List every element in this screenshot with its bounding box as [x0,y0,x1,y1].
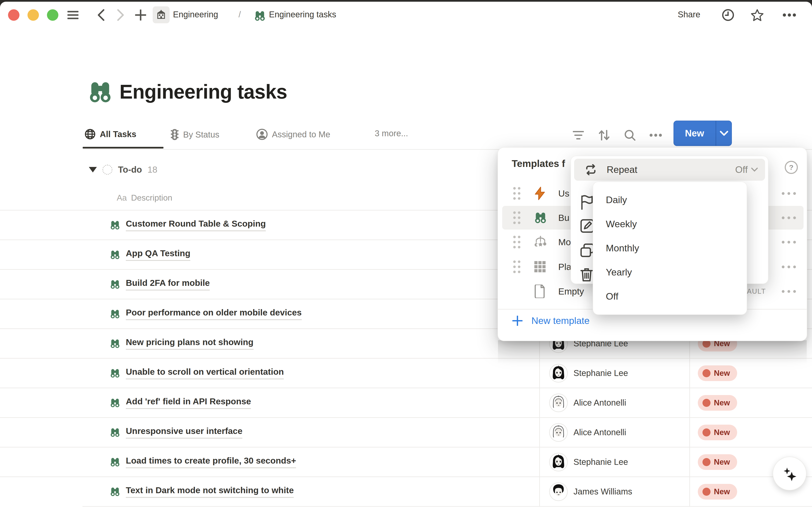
favorite-star-icon[interactable] [750,8,764,22]
template-more-icon[interactable] [782,265,796,268]
task-title[interactable]: Unresponsive user interface [126,426,242,438]
traffic-minimize-button[interactable] [28,9,39,21]
column-header-label[interactable]: Description [131,193,172,203]
task-title-cell[interactable]: App QA Testing [110,240,190,269]
workspace-building-icon[interactable] [153,6,170,23]
menu-item[interactable]: Off [593,284,747,308]
repeat-menu-item[interactable]: Repeat Off [574,159,765,181]
task-title-cell[interactable]: Customer Round Table & Scoping [110,211,266,240]
task-title-cell[interactable]: Build 2FA for mobile [110,270,210,299]
status-badge[interactable]: New [698,425,737,440]
task-title[interactable]: Text in Dark mode not switching to white [126,485,294,498]
assignee-cell[interactable]: James Williams [550,477,632,506]
drag-handle-icon[interactable] [512,186,521,200]
tab-by-status[interactable]: By Status [171,129,219,140]
template-label[interactable]: Us [558,188,570,199]
template-more-icon[interactable] [782,241,796,244]
task-binoculars-icon [110,338,120,349]
status-cell[interactable]: New [698,477,737,506]
new-button-label[interactable]: New [674,121,716,146]
tab-all-tasks[interactable]: All Tasks [85,129,136,140]
menu-item[interactable]: Yearly [593,260,747,284]
task-title-cell[interactable]: Load times to create profile, 30 seconds… [110,448,296,476]
new-template-button[interactable]: New template [512,315,590,326]
template-more-icon[interactable] [782,192,796,195]
status-badge[interactable]: New [698,484,737,500]
ai-assistant-button[interactable] [773,457,806,490]
forward-button[interactable] [114,8,128,22]
assignee-cell[interactable]: Alice Antonelli [550,418,626,447]
template-label[interactable]: Empty [558,286,584,297]
tab-assigned-to-me[interactable]: Assigned to Me [256,129,330,140]
page-title[interactable]: Engineering tasks [120,80,287,103]
template-more-icon[interactable] [782,216,796,219]
task-title[interactable]: Load times to create profile, 30 seconds… [126,456,296,468]
view-options-icon[interactable] [648,128,663,142]
sidebar-menu-icon[interactable] [66,8,80,22]
tab-label: 3 more... [375,129,408,138]
breadcrumb-workspace[interactable]: Engineering [173,10,218,19]
template-label[interactable]: Bu [558,213,570,223]
group-name[interactable]: To-do [118,165,142,175]
status-badge[interactable]: New [698,454,737,470]
task-title[interactable]: New pricing plans not showing [126,337,254,350]
duplicate-icon[interactable] [580,243,595,258]
task-title[interactable]: Build 2FA for mobile [126,278,210,291]
table-row[interactable]: Load times to create profile, 30 seconds… [0,447,812,476]
trash-icon[interactable] [580,268,595,283]
status-cell[interactable]: New [698,388,737,417]
filter-icon[interactable] [571,128,586,142]
template-more-icon[interactable] [782,290,796,293]
collapse-triangle-icon[interactable] [89,167,97,172]
task-title[interactable]: Poor performance on older mobile devices [126,308,302,320]
table-row[interactable]: Add 'ref' field in API Response Alice An… [0,388,812,417]
assignee-cell[interactable]: Stephanie Lee [550,448,628,476]
status-cell[interactable]: New [698,448,737,476]
table-row[interactable]: Unresponsive user interface Alice Antone… [0,417,812,447]
new-page-icon[interactable] [134,8,148,22]
help-icon[interactable]: ? [785,161,798,174]
task-title-cell[interactable]: Text in Dark mode not switching to white [110,477,294,506]
chevron-down-icon[interactable] [716,121,732,146]
template-label[interactable]: Pla [558,262,571,272]
menu-item[interactable]: Daily [593,188,747,212]
search-icon[interactable] [623,128,637,142]
status-badge[interactable]: New [698,366,737,381]
traffic-close-button[interactable] [8,9,19,21]
drag-handle-icon[interactable] [512,235,521,249]
table-row[interactable]: Text in Dark mode not switching to white… [0,476,812,506]
task-title-cell[interactable]: Add 'ref' field in API Response [110,388,251,417]
menu-item[interactable]: Weekly [593,212,747,236]
task-title-cell[interactable]: Unresponsive user interface [110,418,242,447]
history-clock-icon[interactable] [721,8,735,22]
template-label[interactable]: Mo [558,237,571,247]
assignee-cell[interactable]: Alice Antonelli [550,388,626,417]
share-button[interactable]: Share [678,10,701,19]
task-title[interactable]: Customer Round Table & Scoping [126,219,266,231]
page-title-binoculars-icon[interactable] [88,80,113,104]
drag-handle-icon[interactable] [512,260,521,273]
status-badge[interactable]: New [698,395,737,411]
tab-more-views[interactable]: 3 more... [375,129,408,138]
breadcrumb-page[interactable]: Engineering tasks [269,10,336,19]
edit-icon[interactable] [580,219,595,234]
status-cell[interactable]: New [698,418,737,447]
drag-handle-icon[interactable] [512,211,521,224]
task-title-cell[interactable]: New pricing plans not showing [110,329,254,358]
sort-icon[interactable] [597,128,612,142]
new-button[interactable]: New [674,121,732,146]
status-label: New [714,428,730,437]
task-title-cell[interactable]: Poor performance on older mobile devices [110,299,302,328]
task-title[interactable]: App QA Testing [126,248,190,261]
task-title[interactable]: Unable to scroll on vertical orientation [126,367,284,379]
repeat-value[interactable]: Off [735,164,748,175]
task-title[interactable]: Add 'ref' field in API Response [126,396,251,409]
task-title-cell[interactable]: Unable to scroll on vertical orientation [110,358,284,388]
flag-icon[interactable] [580,195,595,210]
menu-item[interactable]: Monthly [593,236,747,260]
column-header-description[interactable]: Aa Description [117,193,172,203]
back-button[interactable] [94,8,108,22]
more-options-icon[interactable] [782,8,796,22]
group-header-todo[interactable]: To-do 18 [89,165,157,175]
traffic-zoom-button[interactable] [47,9,58,21]
